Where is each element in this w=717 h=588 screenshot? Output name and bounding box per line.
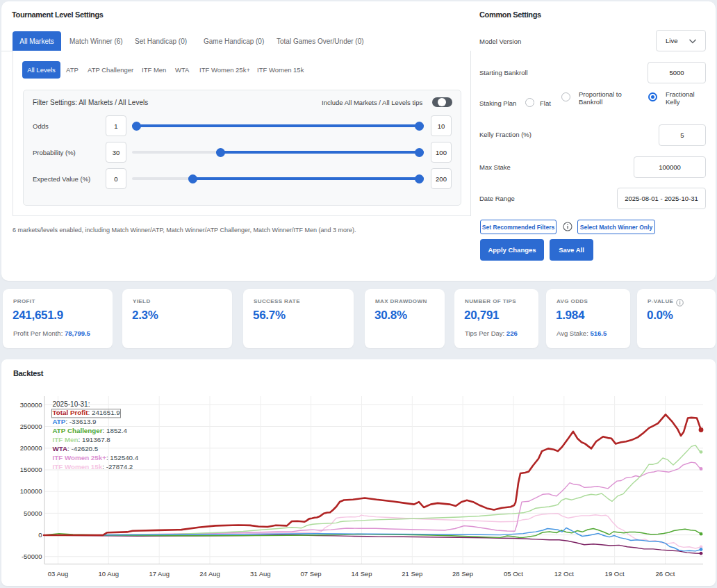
svg-text:-50000: -50000 (22, 553, 42, 560)
svg-text:12 Oct: 12 Oct (554, 570, 574, 578)
svg-text:24 Aug: 24 Aug (199, 570, 220, 578)
svg-text:28 Sep: 28 Sep (452, 570, 473, 578)
svg-text:ITF Women 15k: -27874.2: ITF Women 15k: -27874.2 (53, 463, 133, 471)
svg-text:WTA: -42620.5: WTA: -42620.5 (53, 445, 99, 452)
svg-text:2025-10-31:: 2025-10-31: (53, 400, 90, 408)
svg-text:300000: 300000 (20, 401, 42, 409)
svg-text:10 Aug: 10 Aug (99, 570, 120, 578)
svg-text:200000: 200000 (20, 444, 42, 452)
svg-text:07 Sep: 07 Sep (301, 570, 322, 578)
svg-text:19 Oct: 19 Oct (605, 570, 625, 578)
svg-text:ATP Challenger: 1852.4: ATP Challenger: 1852.4 (53, 427, 128, 434)
svg-text:26 Oct: 26 Oct (656, 570, 675, 578)
svg-text:ATP: -33613.9: ATP: -33613.9 (53, 418, 97, 425)
svg-text:ITF Women 25k+: 152540.4: ITF Women 25k+: 152540.4 (53, 454, 139, 462)
svg-text:03 Aug: 03 Aug (48, 570, 69, 578)
svg-text:0: 0 (38, 531, 42, 539)
svg-text:14 Sep: 14 Sep (351, 570, 372, 578)
svg-text:ITF Men: 191367.8: ITF Men: 191367.8 (53, 436, 111, 443)
svg-text:50000: 50000 (24, 509, 42, 517)
svg-text:17 Aug: 17 Aug (149, 570, 170, 578)
svg-text:05 Oct: 05 Oct (504, 570, 523, 578)
svg-text:Total Profit: 241651.9: Total Profit: 241651.9 (53, 409, 120, 416)
svg-text:250000: 250000 (20, 423, 42, 430)
svg-text:150000: 150000 (20, 466, 42, 473)
svg-text:21 Sep: 21 Sep (402, 570, 422, 578)
svg-text:100000: 100000 (20, 487, 42, 495)
svg-text:31 Aug: 31 Aug (250, 570, 271, 578)
